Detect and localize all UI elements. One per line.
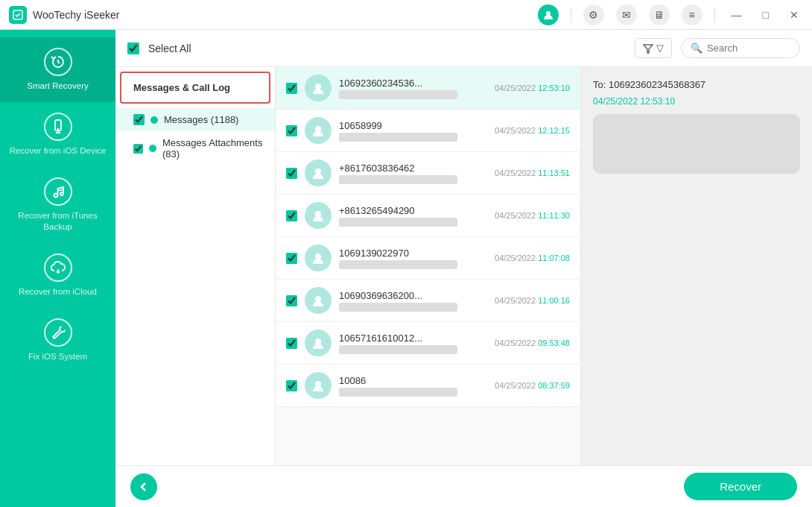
msg-checkbox-7[interactable] bbox=[286, 380, 297, 391]
msg-checkbox-0[interactable] bbox=[286, 83, 297, 94]
detail-to: To: 106923602345368367 bbox=[593, 79, 800, 90]
message-row[interactable]: 10657161610012... 04/25/2022 09:53:48 bbox=[276, 322, 580, 365]
sidebar: Smart Recovery Recover from iOS Device bbox=[0, 30, 115, 507]
back-button[interactable] bbox=[130, 473, 157, 500]
message-row[interactable]: +8613265494290 04/25/2022 11:11:30 bbox=[276, 195, 580, 237]
svg-marker-8 bbox=[644, 45, 653, 53]
message-list: 10692360234536... 04/25/2022 12:53:10 10… bbox=[276, 67, 581, 465]
svg-point-10 bbox=[315, 126, 321, 132]
filter-button[interactable]: ▽ bbox=[635, 38, 672, 58]
category-item-messages[interactable]: Messages (1188) bbox=[115, 108, 275, 131]
msg-time-7: 04/25/2022 08:37:59 bbox=[495, 381, 570, 390]
msg-info-6: 10657161610012... bbox=[339, 333, 487, 354]
app-title: WooTechy iSeeker bbox=[33, 9, 119, 21]
select-all-checkbox[interactable] bbox=[127, 42, 139, 54]
message-row[interactable]: 10658999 04/25/2022 12:12:15 bbox=[276, 110, 580, 152]
search-input[interactable] bbox=[707, 42, 790, 54]
sidebar-label-recover-itunes: Recover from iTunes Backup bbox=[7, 210, 108, 233]
msg-contact-2: +8617603836462 bbox=[339, 163, 487, 174]
msg-preview-6 bbox=[339, 345, 457, 354]
avatar-7 bbox=[305, 372, 332, 399]
msg-contact-4: 1069139022970 bbox=[339, 248, 487, 259]
messages-label: Messages (1188) bbox=[164, 114, 238, 125]
msg-info-2: +8617603836462 bbox=[339, 163, 487, 184]
category-header: Messages & Call Log bbox=[120, 72, 270, 104]
msg-contact-1: 10658999 bbox=[339, 120, 487, 131]
message-row[interactable]: 10692360234536... 04/25/2022 12:53:10 bbox=[276, 67, 580, 110]
sidebar-label-smart-recovery: Smart Recovery bbox=[27, 81, 88, 92]
msg-preview-7 bbox=[339, 388, 457, 397]
search-box: 🔍 bbox=[681, 38, 800, 58]
svg-line-6 bbox=[57, 189, 63, 191]
user-avatar-icon[interactable] bbox=[538, 4, 559, 25]
titlebar-divider2 bbox=[714, 7, 715, 22]
msg-contact-3: +8613265494290 bbox=[339, 205, 487, 216]
smart-recovery-icon bbox=[44, 48, 72, 76]
detail-timestamp: 04/25/2022 12:53:10 bbox=[593, 96, 800, 107]
avatar-5 bbox=[305, 287, 332, 314]
left-panel: Messages & Call Log Messages (1188) Mess… bbox=[115, 67, 276, 465]
msg-info-1: 10658999 bbox=[339, 120, 487, 142]
minimize-button[interactable]: — bbox=[727, 7, 746, 22]
maximize-button[interactable]: □ bbox=[758, 7, 773, 22]
msg-checkbox-1[interactable] bbox=[286, 125, 297, 136]
messages-dot bbox=[150, 116, 158, 124]
close-button[interactable]: ✕ bbox=[785, 7, 803, 22]
avatar-2 bbox=[305, 160, 332, 186]
msg-checkbox-4[interactable] bbox=[286, 253, 297, 264]
msg-preview-1 bbox=[339, 133, 457, 142]
svg-point-16 bbox=[315, 381, 321, 387]
attachments-dot bbox=[149, 145, 156, 152]
toolbar: Select All ▽ 🔍 bbox=[115, 30, 812, 67]
msg-checkbox-3[interactable] bbox=[286, 210, 297, 221]
msg-preview-3 bbox=[339, 218, 457, 227]
sidebar-label-fix-ios: Fix iOS System bbox=[28, 351, 87, 362]
select-all-label[interactable]: Select All bbox=[148, 42, 191, 54]
msg-checkbox-5[interactable] bbox=[286, 295, 297, 306]
svg-point-12 bbox=[315, 211, 321, 217]
filter-icon-label: ▽ bbox=[656, 42, 664, 54]
sidebar-item-smart-recovery[interactable]: Smart Recovery bbox=[0, 37, 115, 102]
sidebar-item-recover-ios[interactable]: Recover from iOS Device bbox=[0, 102, 115, 167]
titlebar: WooTechy iSeeker ⚙ ✉ 🖥 ≡ — □ ✕ bbox=[0, 0, 812, 30]
message-row[interactable]: 10690369636200... 04/25/2022 11:00:16 bbox=[276, 280, 580, 322]
menu-icon[interactable]: ≡ bbox=[682, 4, 702, 25]
attachments-checkbox[interactable] bbox=[133, 143, 143, 154]
svg-point-9 bbox=[315, 84, 321, 89]
sidebar-item-fix-ios[interactable]: Fix iOS System bbox=[0, 308, 115, 373]
window-controls: ⚙ ✉ 🖥 ≡ — □ ✕ bbox=[538, 4, 803, 25]
recover-button[interactable]: Recover bbox=[684, 473, 797, 500]
msg-contact-7: 10086 bbox=[339, 375, 487, 386]
avatar-6 bbox=[305, 330, 332, 356]
msg-checkbox-6[interactable] bbox=[286, 338, 297, 349]
msg-time-6: 04/25/2022 09:53:48 bbox=[495, 338, 570, 347]
msg-info-4: 1069139022970 bbox=[339, 248, 487, 269]
msg-time-1: 04/25/2022 12:12:15 bbox=[495, 126, 570, 135]
sidebar-label-recover-icloud: Recover from iCloud bbox=[19, 286, 97, 297]
msg-checkbox-2[interactable] bbox=[286, 168, 297, 179]
message-row[interactable]: +8617603836462 04/25/2022 11:13:51 bbox=[276, 152, 580, 195]
msg-contact-5: 10690369636200... bbox=[339, 290, 487, 301]
msg-time-2: 04/25/2022 11:13:51 bbox=[495, 169, 570, 177]
message-bubble bbox=[593, 114, 800, 174]
msg-info-3: +8613265494290 bbox=[339, 205, 487, 227]
sidebar-item-recover-itunes[interactable]: Recover from iTunes Backup bbox=[0, 167, 115, 243]
messages-checkbox[interactable] bbox=[133, 114, 145, 125]
message-detail-panel: To: 106923602345368367 04/25/2022 12:53:… bbox=[581, 67, 812, 465]
svg-point-11 bbox=[315, 169, 321, 174]
settings-icon[interactable]: ⚙ bbox=[583, 4, 604, 25]
avatar-1 bbox=[305, 117, 332, 144]
sidebar-item-recover-icloud[interactable]: Recover from iCloud bbox=[0, 243, 115, 308]
message-row[interactable]: 10086 04/25/2022 08:37:59 bbox=[276, 365, 580, 407]
monitor-icon[interactable]: 🖥 bbox=[649, 4, 670, 25]
msg-info-7: 10086 bbox=[339, 375, 487, 397]
category-item-attachments[interactable]: Messages Attachments (83) bbox=[115, 131, 275, 166]
message-row[interactable]: 1069139022970 04/25/2022 11:07:08 bbox=[276, 237, 580, 280]
bottom-bar: Recover bbox=[115, 465, 812, 507]
avatar-4 bbox=[305, 245, 332, 271]
fix-ios-icon bbox=[44, 318, 72, 347]
recover-icloud-icon bbox=[44, 254, 72, 282]
mail-icon[interactable]: ✉ bbox=[616, 4, 637, 25]
content-area: Select All ▽ 🔍 Messages & Call Log bbox=[115, 30, 812, 507]
sidebar-label-recover-ios: Recover from iOS Device bbox=[10, 145, 107, 157]
